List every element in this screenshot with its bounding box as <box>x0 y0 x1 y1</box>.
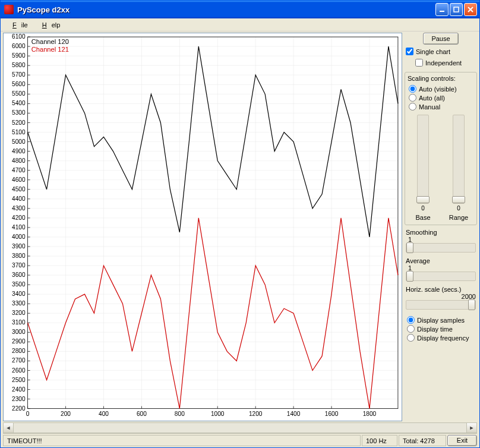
display-time-label: Display time <box>417 326 453 333</box>
average-value: 1 <box>406 264 476 272</box>
maximize-button[interactable] <box>450 3 463 16</box>
display-frequency-radio[interactable] <box>407 334 415 342</box>
scroll-left-arrow-icon[interactable]: ◄ <box>4 423 14 433</box>
svg-text:4200: 4200 <box>12 214 26 221</box>
svg-text:5000: 5000 <box>12 138 26 145</box>
svg-text:4400: 4400 <box>12 195 26 202</box>
svg-text:5500: 5500 <box>12 90 26 97</box>
svg-text:2700: 2700 <box>12 357 26 364</box>
svg-text:3200: 3200 <box>12 310 26 316</box>
scroll-right-arrow-icon[interactable]: ► <box>466 423 476 433</box>
svg-text:3500: 3500 <box>12 281 26 288</box>
base-slider-label: Base <box>415 214 430 221</box>
svg-text:400: 400 <box>99 411 109 417</box>
svg-text:3000: 3000 <box>12 329 26 335</box>
svg-text:3600: 3600 <box>12 272 26 278</box>
base-value: 0 <box>421 205 425 212</box>
titlebar: PyScope d2xx <box>1 1 479 18</box>
svg-text:2200: 2200 <box>12 405 26 412</box>
display-frequency-label: Display frequency <box>417 335 469 342</box>
single-chart-label: Single chart <box>416 48 450 55</box>
svg-text:4900: 4900 <box>12 148 26 154</box>
svg-text:5800: 5800 <box>12 62 26 68</box>
svg-text:4500: 4500 <box>12 186 26 193</box>
base-slider[interactable] <box>417 115 429 204</box>
svg-text:2400: 2400 <box>12 386 26 393</box>
svg-text:4600: 4600 <box>12 176 26 183</box>
svg-text:0: 0 <box>26 411 30 417</box>
svg-text:1200: 1200 <box>249 411 263 417</box>
independent-checkbox[interactable] <box>415 59 423 67</box>
menu-file[interactable]: File <box>3 20 33 30</box>
scaling-auto-all-radio[interactable] <box>409 94 416 102</box>
svg-text:5600: 5600 <box>12 81 26 87</box>
svg-rect-0 <box>440 11 444 12</box>
menubar: File Help <box>1 18 479 31</box>
svg-text:4300: 4300 <box>12 205 26 212</box>
single-chart-checkbox[interactable] <box>406 48 413 55</box>
svg-text:3800: 3800 <box>12 253 26 259</box>
svg-text:5400: 5400 <box>12 100 26 106</box>
average-slider[interactable] <box>406 272 476 281</box>
svg-rect-1 <box>454 7 459 12</box>
display-samples-label: Display samples <box>417 317 465 324</box>
svg-text:6100: 6100 <box>12 33 26 40</box>
close-button[interactable] <box>464 3 477 16</box>
svg-text:3100: 3100 <box>12 319 26 326</box>
chart-canvas: 2200230024002500260027002800290030003100… <box>3 33 402 421</box>
display-time-radio[interactable] <box>407 325 415 333</box>
svg-text:6000: 6000 <box>12 43 26 49</box>
svg-text:5300: 5300 <box>12 109 26 116</box>
horiz-scale-slider[interactable] <box>406 300 476 310</box>
svg-text:1800: 1800 <box>363 411 377 417</box>
svg-text:1400: 1400 <box>287 411 301 417</box>
scaling-auto-all-label: Auto (all) <box>419 94 445 102</box>
svg-text:2300: 2300 <box>12 396 26 402</box>
menu-help[interactable]: Help <box>33 20 65 30</box>
scaling-group: Scaling controls: Auto (visible) Auto (a… <box>405 72 477 225</box>
svg-text:5900: 5900 <box>12 52 26 59</box>
svg-text:3400: 3400 <box>12 291 26 297</box>
status-hz: 100 Hz <box>362 435 397 446</box>
smoothing-slider[interactable] <box>406 243 476 253</box>
exit-button[interactable]: Exit <box>447 435 477 446</box>
svg-text:800: 800 <box>175 411 185 417</box>
scaling-auto-visible-radio[interactable] <box>409 85 416 93</box>
statusbar: TIMEOUT!!! 100 Hz Total: 4278 Exit <box>3 433 477 446</box>
independent-label: Independent <box>425 59 462 67</box>
minimize-button[interactable] <box>435 3 449 16</box>
legend-entry: Channel 120 <box>31 38 69 45</box>
app-icon <box>4 5 14 14</box>
svg-text:2800: 2800 <box>12 348 26 354</box>
svg-text:2500: 2500 <box>12 377 26 383</box>
display-samples-radio[interactable] <box>407 316 415 324</box>
range-slider[interactable] <box>453 115 465 204</box>
window-title: PyScope d2xx <box>17 5 435 14</box>
range-slider-label: Range <box>449 214 468 221</box>
svg-text:1000: 1000 <box>211 411 225 417</box>
status-total: Total: 4278 <box>399 435 446 446</box>
smoothing-label: Smoothing <box>406 229 476 236</box>
svg-text:5200: 5200 <box>12 119 26 126</box>
scaling-manual-radio[interactable] <box>409 103 416 111</box>
scaling-auto-visible-label: Auto (visible) <box>419 86 457 93</box>
average-label: Average <box>406 257 476 264</box>
svg-text:2600: 2600 <box>12 367 26 374</box>
status-message: TIMEOUT!!! <box>3 435 361 446</box>
svg-text:2900: 2900 <box>12 338 26 345</box>
controls-panel: Pause Single chart Independent Scaling c… <box>405 33 477 421</box>
range-value: 0 <box>457 205 460 212</box>
legend-entry: Channel 121 <box>31 46 69 53</box>
pause-button[interactable]: Pause <box>423 33 459 45</box>
svg-text:4700: 4700 <box>12 167 26 173</box>
svg-text:600: 600 <box>137 411 147 417</box>
svg-text:3300: 3300 <box>12 300 26 307</box>
svg-text:5700: 5700 <box>12 71 26 78</box>
svg-text:1600: 1600 <box>325 411 339 417</box>
svg-text:3900: 3900 <box>12 243 26 250</box>
svg-text:4800: 4800 <box>12 157 26 164</box>
horizontal-scrollbar[interactable]: ◄ ► <box>3 422 477 433</box>
scaling-manual-label: Manual <box>419 103 440 111</box>
svg-text:4000: 4000 <box>12 234 26 240</box>
horiz-scale-label: Horiz. scale (secs.) <box>406 286 476 293</box>
